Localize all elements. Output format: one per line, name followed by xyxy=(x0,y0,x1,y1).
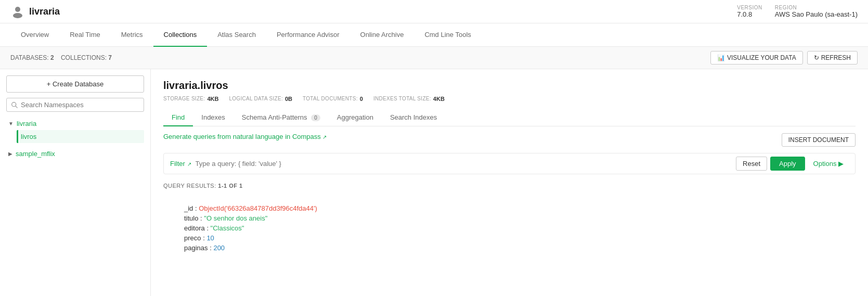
version-label: VERSION xyxy=(737,5,762,10)
region-value: AWS Sao Paulo (sa-east-1) xyxy=(775,10,858,18)
tab-cmd-line-tools[interactable]: Cmd Line Tools xyxy=(414,23,481,47)
doc-field-preco: preco : 10 xyxy=(184,234,835,242)
svg-point-0 xyxy=(15,7,20,12)
search-namespaces-container xyxy=(6,98,144,112)
database-name-livraria[interactable]: ▼ livraria xyxy=(6,117,144,130)
nav-tabs: Overview Real Time Metrics Collections A… xyxy=(0,23,868,47)
doc-field-paginas: paginas : 200 xyxy=(184,244,835,252)
filter-actions: Reset Apply Options ▶ xyxy=(736,157,849,171)
doc-field-editora: editora : "Classicos" xyxy=(184,224,835,232)
reset-button[interactable]: Reset xyxy=(736,157,767,171)
region-label: REGION xyxy=(775,5,858,10)
logical-data-size: LOGICAL DATA SIZE: 0B xyxy=(229,96,292,102)
external-link-icon-filter: ↗ xyxy=(187,161,191,167)
insert-document-button[interactable]: INSERT DOCUMENT xyxy=(782,133,856,147)
tab-search-indexes[interactable]: Search Indexes xyxy=(382,109,445,126)
refresh-icon: ↻ xyxy=(814,54,819,61)
tab-collections[interactable]: Collections xyxy=(153,23,208,47)
chevron-right-icon: ▶ xyxy=(8,151,12,157)
tab-indexes[interactable]: Indexes xyxy=(193,109,234,126)
database-group-livraria: ▼ livraria livros xyxy=(6,117,144,143)
region-block: REGION AWS Sao Paulo (sa-east-1) xyxy=(775,5,858,18)
query-results-label: QUERY RESULTS: 1-1 OF 1 xyxy=(163,183,856,189)
version-value: 7.0.8 xyxy=(737,10,762,18)
tab-overview[interactable]: Overview xyxy=(10,23,59,47)
collection-tabs: Find Indexes Schema Anti-Patterns 0 Aggr… xyxy=(163,109,856,126)
doc-field-id: _id : ObjectId('66326a84787dd3f96c4fda44… xyxy=(184,204,835,212)
create-database-button[interactable]: + Create Database xyxy=(6,75,144,93)
main-layout: + Create Database ▼ livraria livros ▶ xyxy=(0,69,868,296)
logo-area: livraria xyxy=(10,4,60,19)
sub-header: DATABASES: 2 COLLECTIONS: 7 📊 VISUALIZE … xyxy=(0,47,868,69)
total-documents: TOTAL DOCUMENTS: 0 xyxy=(303,96,363,102)
svg-line-3 xyxy=(16,106,17,108)
tab-aggregation[interactable]: Aggregation xyxy=(329,109,382,126)
refresh-button[interactable]: ↻ REFRESH xyxy=(807,51,858,65)
database-group-sample-mflix: ▶ sample_mflix xyxy=(6,147,144,160)
tab-online-archive[interactable]: Online Archive xyxy=(350,23,414,47)
doc-field-titulo: titulo : "O senhor dos aneis" xyxy=(184,214,835,222)
tab-metrics[interactable]: Metrics xyxy=(111,23,153,47)
collection-content: livraria.livros STORAGE SIZE: 4KB LOGICA… xyxy=(151,69,868,296)
apply-button[interactable]: Apply xyxy=(770,157,805,171)
database-name-sample-mflix[interactable]: ▶ sample_mflix xyxy=(6,147,144,160)
collection-title: livraria.livros xyxy=(163,80,856,92)
sub-header-actions: 📊 VISUALIZE YOUR DATA ↻ REFRESH xyxy=(710,51,858,65)
collection-meta: STORAGE SIZE: 4KB LOGICAL DATA SIZE: 0B … xyxy=(163,96,856,102)
version-region: VERSION 7.0.8 REGION AWS Sao Paulo (sa-e… xyxy=(737,5,858,18)
top-bar: livraria VERSION 7.0.8 REGION AWS Sao Pa… xyxy=(0,0,868,23)
document-block: _id : ObjectId('66326a84787dd3f96c4fda44… xyxy=(163,196,856,262)
sidebar: + Create Database ▼ livraria livros ▶ xyxy=(0,69,151,296)
version-block: VERSION 7.0.8 xyxy=(737,5,762,18)
tab-atlas-search[interactable]: Atlas Search xyxy=(207,23,266,47)
filter-label[interactable]: Filter ↗ xyxy=(170,160,191,168)
collection-list-livraria: livros xyxy=(17,130,144,143)
indexes-total-size: INDEXES TOTAL SIZE: 4KB xyxy=(373,96,445,102)
svg-point-1 xyxy=(13,13,22,18)
chart-icon: 📊 xyxy=(717,54,725,61)
storage-size: STORAGE SIZE: 4KB xyxy=(163,96,218,102)
schema-badge: 0 xyxy=(311,114,320,121)
search-icon xyxy=(11,101,18,108)
search-namespaces-input[interactable] xyxy=(21,101,139,109)
external-link-icon: ↗ xyxy=(322,134,327,140)
options-button[interactable]: Options ▶ xyxy=(808,157,849,170)
databases-count: DATABASES: 2 COLLECTIONS: 7 xyxy=(10,54,112,61)
logo-icon xyxy=(10,4,25,19)
tab-performance-advisor[interactable]: Performance Advisor xyxy=(266,23,350,47)
compass-link[interactable]: Generate queries from natural language i… xyxy=(163,133,327,140)
tab-schema-anti-patterns[interactable]: Schema Anti-Patterns 0 xyxy=(234,109,329,126)
collection-item-livros[interactable]: livros xyxy=(17,130,144,143)
filter-row: Filter ↗ Reset Apply Options ▶ xyxy=(163,153,856,174)
tab-realtime[interactable]: Real Time xyxy=(59,23,111,47)
tab-find[interactable]: Find xyxy=(163,109,193,126)
filter-input[interactable] xyxy=(196,160,732,168)
visualize-data-button[interactable]: 📊 VISUALIZE YOUR DATA xyxy=(710,51,803,65)
chevron-down-icon: ▼ xyxy=(8,121,14,126)
app-name: livraria xyxy=(29,6,60,17)
db-collection-counts: DATABASES: 2 COLLECTIONS: 7 xyxy=(10,54,112,61)
